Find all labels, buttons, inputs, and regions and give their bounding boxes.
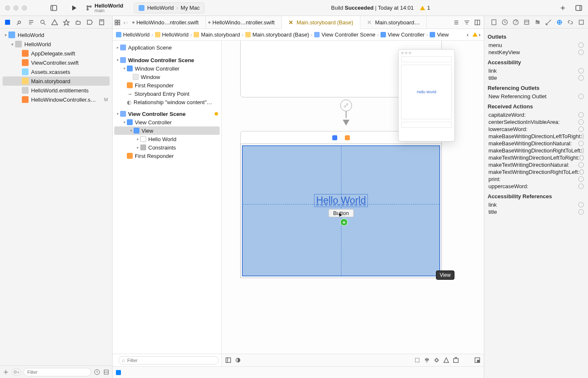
inspector-tabs[interactable]: ? — [484, 16, 588, 29]
back-button[interactable]: ‹ — [123, 19, 125, 26]
build-status[interactable]: Build Succeeded | Today at 14:01 — [331, 5, 414, 11]
view-controller-canvas[interactable]: Hello World Button + — [240, 144, 442, 278]
library-popover[interactable]: Hello World — [398, 49, 455, 142]
first-responder-icon[interactable] — [345, 135, 350, 140]
action-row[interactable]: centerSelectionInVisibleArea: — [487, 118, 585, 126]
action-row[interactable]: makeTextWritingDirectionRightToLeft: — [487, 168, 585, 176]
breakpoint-navigator-tab-icon[interactable] — [87, 19, 93, 26]
interface-builder-canvas[interactable]: Hello World Button + View Hello World — [222, 41, 484, 366]
tree-file[interactable]: Assets.xcassets — [0, 67, 112, 76]
jumpbar-forward-icon[interactable]: › — [479, 32, 480, 38]
add-file-button[interactable] — [3, 369, 9, 375]
scm-filter-icon[interactable] — [103, 369, 110, 375]
close-window-icon[interactable] — [5, 5, 10, 10]
editor-options-icon[interactable] — [464, 19, 470, 26]
outline-item[interactable]: ▾View Controller — [113, 118, 221, 126]
outline-filter-input[interactable] — [118, 356, 219, 365]
align-icon[interactable] — [424, 357, 430, 363]
outlet-row[interactable]: link — [487, 67, 585, 74]
attributes-inspector-icon[interactable] — [534, 19, 541, 26]
tree-project-root[interactable]: ▾ HelloWorld — [0, 30, 112, 39]
action-row[interactable]: makeBaseWritingDirectionLeftToRight: — [487, 133, 585, 140]
action-row[interactable]: lowercaseWord: — [487, 126, 585, 133]
jump-bar[interactable]: HelloWorld› HelloWorld› Main.storyboard›… — [113, 29, 484, 41]
toggle-outline-icon[interactable] — [225, 357, 231, 363]
action-row[interactable]: makeBaseWritingDirectionRightToLeft: — [487, 147, 585, 154]
view-controller-icon[interactable] — [332, 135, 337, 140]
jumpbar-back-icon[interactable]: ‹ — [467, 32, 468, 38]
outline-item[interactable]: ◐Relationship "window content"… — [113, 98, 221, 106]
symbol-navigator-tab-icon[interactable] — [28, 19, 34, 26]
forward-button[interactable]: › — [126, 19, 128, 26]
connections-inspector-icon[interactable] — [556, 19, 563, 26]
find-navigator-tab-icon[interactable] — [39, 19, 46, 26]
breakpoint-toggle-icon[interactable] — [116, 370, 121, 375]
update-frames-icon[interactable] — [414, 357, 420, 363]
pin-icon[interactable] — [433, 357, 440, 363]
window-traffic-lights[interactable] — [5, 5, 27, 10]
action-row[interactable]: capitalizeWord: — [487, 111, 585, 118]
identity-inspector-icon[interactable] — [523, 19, 530, 26]
outlet-row[interactable]: nextKeyView — [487, 49, 585, 56]
tree-file-selected[interactable]: Main.storyboard — [3, 76, 110, 86]
outlet-row[interactable]: title — [487, 208, 585, 215]
close-tab-icon[interactable]: ✕ — [367, 19, 372, 26]
recent-filter-icon[interactable] — [94, 369, 100, 375]
tree-file[interactable]: AppDelegate.swift — [0, 49, 112, 58]
help-inspector-icon[interactable]: ? — [512, 19, 519, 26]
tree-group[interactable]: ▾ HelloWorld — [0, 39, 112, 49]
size-inspector-icon[interactable] — [545, 19, 552, 26]
tree-file[interactable]: HelloWindowController.s… M — [0, 95, 112, 104]
project-navigator-tab-icon[interactable] — [4, 19, 11, 26]
action-row[interactable]: print: — [487, 176, 585, 183]
appearance-toggle-icon[interactable] — [235, 357, 241, 363]
resolve-issues-icon[interactable] — [443, 357, 449, 363]
outline-item[interactable]: First Responder — [113, 152, 221, 160]
history-inspector-icon[interactable] — [501, 19, 508, 26]
outline-item[interactable]: First Responder — [113, 81, 221, 89]
debug-navigator-tab-icon[interactable] — [75, 19, 81, 26]
related-items-button[interactable] — [113, 19, 122, 26]
connection-well-icon[interactable] — [578, 50, 584, 55]
add-editor-icon[interactable] — [474, 19, 480, 26]
editor-tab[interactable]: HelloWindo…ntroller.swift — [206, 16, 282, 29]
outlet-row[interactable]: link — [487, 201, 585, 208]
action-row[interactable]: makeTextWritingDirectionLeftToRight: — [487, 154, 585, 161]
tree-file[interactable]: HelloWorld.entitlements — [0, 86, 112, 95]
editor-tab[interactable]: ✕ Main.storyboard… — [360, 16, 427, 29]
source-control-branch[interactable]: HelloWorld main — [86, 3, 123, 13]
test-navigator-tab-icon[interactable] — [63, 19, 70, 26]
scheme-selector[interactable]: HelloWorld › My Mac — [134, 3, 204, 13]
toggle-navigator-button[interactable] — [48, 2, 60, 14]
root-view[interactable]: Hello World Button + — [242, 145, 440, 276]
adjust-editor-icon[interactable] — [453, 19, 459, 26]
outlet-row[interactable]: title — [487, 74, 585, 81]
outline-item[interactable]: Window — [113, 73, 221, 81]
outlet-row[interactable]: menu — [487, 42, 585, 49]
outline-item-selected[interactable]: ▾View — [114, 126, 220, 135]
bindings-inspector-icon[interactable] — [567, 19, 574, 26]
tree-file[interactable]: ViewController.swift — [0, 58, 112, 67]
navigator-filter-input[interactable] — [24, 368, 91, 376]
outline-scene[interactable]: ▾Window Controller Scene — [113, 56, 221, 64]
source-control-tab-icon[interactable] — [16, 19, 23, 26]
connection-well-icon[interactable] — [578, 42, 584, 48]
action-row[interactable]: makeBaseWritingDirectionNatural: — [487, 140, 585, 147]
editor-tab-active[interactable]: ✕ Main.storyboard (Base) — [282, 16, 360, 29]
outlet-row[interactable]: New Referencing Outlet — [487, 93, 585, 100]
effects-inspector-icon[interactable] — [578, 19, 585, 26]
minimap-icon[interactable] — [474, 357, 480, 363]
warning-icon[interactable] — [472, 32, 478, 37]
hello-world-label[interactable]: Hello World — [314, 194, 368, 207]
warnings-indicator[interactable]: 1 — [420, 5, 430, 11]
segue-arrow[interactable] — [340, 100, 352, 126]
outline-item[interactable]: ▾Window Controller — [113, 64, 221, 73]
filter-scope-button[interactable]: ⊙∘ — [12, 368, 21, 376]
outline-scene[interactable]: ▸Application Scene — [113, 43, 221, 52]
file-inspector-icon[interactable] — [491, 19, 497, 26]
outline-item[interactable]: ▸Constraints — [113, 143, 221, 152]
zoom-window-icon[interactable] — [22, 5, 27, 10]
outline-item[interactable]: →Storyboard Entry Point — [113, 89, 221, 98]
action-row[interactable]: uppercaseWord: — [487, 183, 585, 190]
outline-item[interactable]: ▸Hello World — [113, 135, 221, 143]
